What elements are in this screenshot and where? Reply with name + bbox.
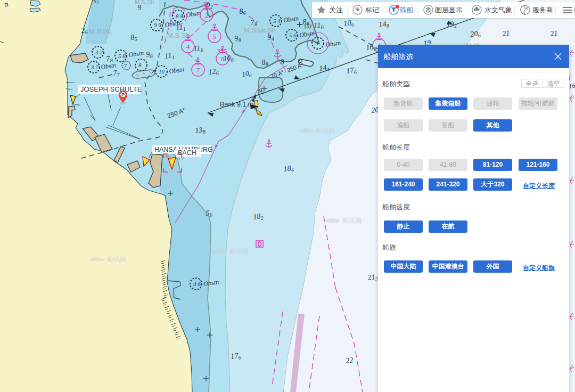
svg-text:8: 8 (138, 62, 142, 68)
svg-text:16: 16 (568, 81, 575, 90)
svg-text:22: 22 (345, 356, 354, 365)
svg-text:JOSEPH SCHULTE: JOSEPH SCHULTE (80, 85, 142, 93)
svg-text:船讯网: 船讯网 (229, 248, 249, 255)
svg-text:21: 21 (549, 29, 558, 38)
svg-text:M.S.bk.Sh: M.S.bk.Sh (244, 26, 276, 34)
svg-text:8 8: 8 8 (176, 13, 183, 19)
svg-text:5 6: 5 6 (289, 32, 297, 38)
svg-text:21: 21 (502, 29, 510, 38)
svg-text:船讯网: 船讯网 (315, 127, 335, 134)
svg-text:6 9: 6 9 (177, 156, 184, 161)
svg-text:10: 10 (159, 68, 165, 75)
svg-text:4: 4 (186, 43, 190, 51)
svg-text:M.S.bk.: M.S.bk. (89, 27, 112, 35)
svg-text:5 8: 5 8 (118, 53, 126, 59)
svg-text:3 2: 3 2 (95, 49, 103, 55)
svg-text:5 4: 5 4 (273, 18, 281, 24)
svg-text:Bank 9.1 m: Bank 9.1 m (220, 101, 253, 108)
svg-text:M.S.Sh: M.S.Sh (135, 0, 154, 5)
svg-text:船讯网: 船讯网 (106, 256, 126, 263)
svg-text:M.S.Sh: M.S.Sh (167, 31, 190, 39)
svg-text:船讯网: 船讯网 (342, 217, 362, 224)
svg-text:7: 7 (196, 66, 200, 74)
svg-text:2: 2 (205, 11, 209, 19)
svg-text:9 9: 9 9 (154, 22, 161, 28)
svg-text:5: 5 (213, 32, 217, 40)
svg-text:4 6: 4 6 (193, 281, 201, 287)
svg-text:9: 9 (315, 40, 318, 46)
svg-text:355: 355 (216, 47, 227, 55)
svg-text:3 7: 3 7 (91, 64, 98, 70)
svg-text:P: P (121, 92, 125, 97)
